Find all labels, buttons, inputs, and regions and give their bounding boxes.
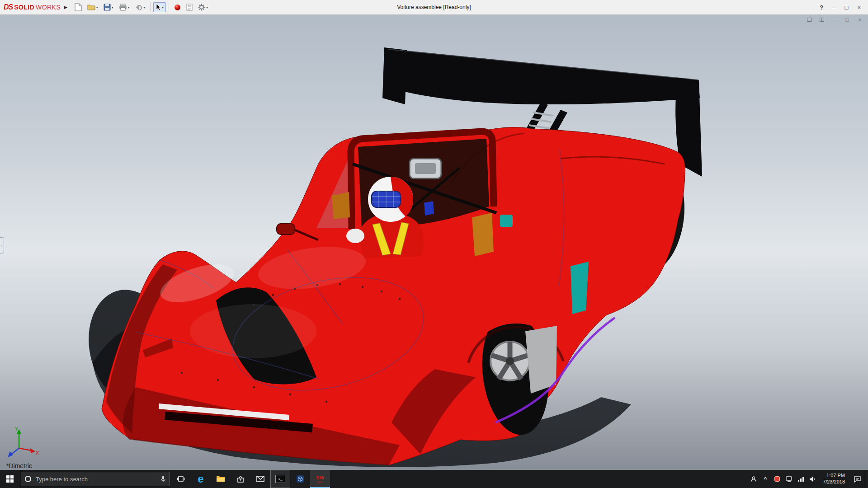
window-controls: ? – □ ×	[820, 4, 864, 11]
tray-people-button[interactable]	[748, 470, 760, 488]
open-folder-icon	[87, 4, 95, 10]
view-orientation-label: *Dimetric	[6, 462, 32, 469]
doc-minimize-button[interactable]: –	[831, 16, 838, 23]
menu-flyout-arrow-icon[interactable]: ▶	[64, 5, 67, 9]
select-dropdown-icon[interactable]: ▾	[162, 5, 164, 9]
tray-display-button[interactable]	[783, 470, 795, 488]
file-explorer-button[interactable]	[211, 470, 231, 488]
store-bag-icon	[236, 475, 245, 483]
new-window-button[interactable]	[806, 16, 813, 23]
file-explorer-icon	[216, 475, 225, 483]
network-icon	[797, 476, 804, 482]
task-view-button[interactable]	[171, 470, 191, 488]
store-button[interactable]	[231, 470, 250, 488]
appearance-sphere-icon	[174, 4, 181, 11]
tray-overflow-button[interactable]: ^	[760, 470, 771, 488]
edge-icon: e	[198, 474, 203, 484]
minimize-button[interactable]: –	[832, 4, 835, 11]
select-tool-button[interactable]: ▾	[153, 2, 166, 12]
title-bar: DS SOLIDWORKS ▶ ▾ ▾ ▾ ▾ ▾ ▾ Voiture asse…	[0, 0, 868, 15]
people-icon	[750, 476, 757, 482]
document-window-controls: – □ ×	[806, 16, 863, 23]
start-button[interactable]	[0, 470, 20, 488]
undo-button[interactable]: ▾	[133, 3, 147, 12]
close-button[interactable]: ×	[857, 4, 861, 11]
maximize-button[interactable]: □	[845, 4, 849, 11]
save-button[interactable]: ▾	[101, 2, 116, 12]
task-view-icon	[177, 476, 185, 482]
graphics-area[interactable]: – □ × ‹ Y X *Dimetric	[0, 15, 868, 470]
toolbar-separator	[169, 3, 169, 12]
cube-app-button[interactable]	[290, 470, 310, 488]
open-button[interactable]: ▾	[85, 3, 100, 12]
chevron-up-icon: ^	[764, 476, 767, 482]
show-desktop-button[interactable]	[865, 470, 868, 488]
split-window-button[interactable]	[818, 16, 826, 23]
mail-envelope-icon	[256, 476, 264, 482]
save-icon	[104, 4, 111, 11]
action-center-icon	[854, 476, 861, 483]
doc-restore-button[interactable]: □	[844, 16, 851, 23]
clock-time: 1:07 PM	[826, 473, 845, 479]
cortana-icon	[25, 476, 31, 482]
print-dropdown-icon[interactable]: ▾	[128, 5, 130, 9]
volume-icon	[809, 476, 816, 482]
help-button[interactable]: ?	[820, 4, 823, 11]
windows-taskbar: e >_ SW 2017	[0, 470, 868, 488]
display-icon	[786, 476, 793, 482]
security-alert-icon	[774, 476, 780, 482]
action-center-button[interactable]	[849, 470, 865, 488]
helmet	[368, 177, 413, 222]
doc-close-button[interactable]: ×	[856, 16, 863, 23]
taskbar-clock[interactable]: 1:07 PM 7/23/2018	[818, 470, 849, 488]
search-input[interactable]	[35, 475, 157, 483]
solidworks-logo: DS SOLIDWORKS	[4, 3, 61, 11]
sheet-icon	[186, 4, 193, 11]
system-tray: ^ 1:07 PM 7/23/2018	[748, 470, 868, 488]
edge-button[interactable]: e	[191, 470, 211, 488]
new-document-button[interactable]	[72, 2, 84, 13]
tray-volume-button[interactable]	[807, 470, 818, 488]
clock-date: 7/23/2018	[823, 479, 845, 485]
brand-works: WORKS	[36, 4, 61, 11]
appearance-button[interactable]	[172, 3, 183, 12]
settings-button[interactable]: ▾	[196, 2, 210, 12]
save-dropdown-icon[interactable]: ▾	[112, 5, 113, 9]
tray-network-button[interactable]	[795, 470, 807, 488]
taskbar-search[interactable]	[21, 472, 170, 486]
rocker-panel	[525, 326, 557, 394]
feature-panel-collapse-tab[interactable]: ‹	[0, 237, 4, 253]
settings-dropdown-icon[interactable]: ▾	[206, 5, 208, 9]
gear-icon	[198, 4, 205, 11]
print-icon	[119, 4, 127, 11]
mail-button[interactable]	[250, 470, 270, 488]
new-document-icon	[75, 3, 82, 11]
terminal-icon: >_	[275, 475, 285, 483]
triad-x-label: X	[36, 450, 39, 455]
cube-app-icon	[297, 475, 304, 483]
solidworks-2017-icon: SW 2017	[316, 475, 324, 483]
windows-logo-icon	[6, 475, 14, 483]
toolbar-separator	[150, 3, 151, 12]
microphone-icon[interactable]	[160, 475, 166, 483]
print-button[interactable]: ▾	[117, 2, 132, 12]
terminal-button[interactable]: >_	[270, 470, 290, 488]
solidworks-taskbar-button[interactable]: SW 2017	[310, 470, 330, 488]
orientation-triad: Y X	[4, 425, 42, 463]
select-arrow-icon	[156, 4, 161, 11]
sheet-options-button[interactable]	[184, 2, 195, 12]
brand-solid: SOLID	[14, 4, 34, 11]
ds-logo-icon: DS	[4, 3, 13, 11]
tray-security-button[interactable]	[771, 470, 783, 488]
undo-dropdown-icon[interactable]: ▾	[143, 5, 145, 9]
triad-y-label: Y	[15, 426, 19, 432]
open-dropdown-icon[interactable]: ▾	[96, 5, 98, 9]
car-model-3d[interactable]	[0, 15, 868, 470]
undo-icon	[135, 4, 142, 10]
